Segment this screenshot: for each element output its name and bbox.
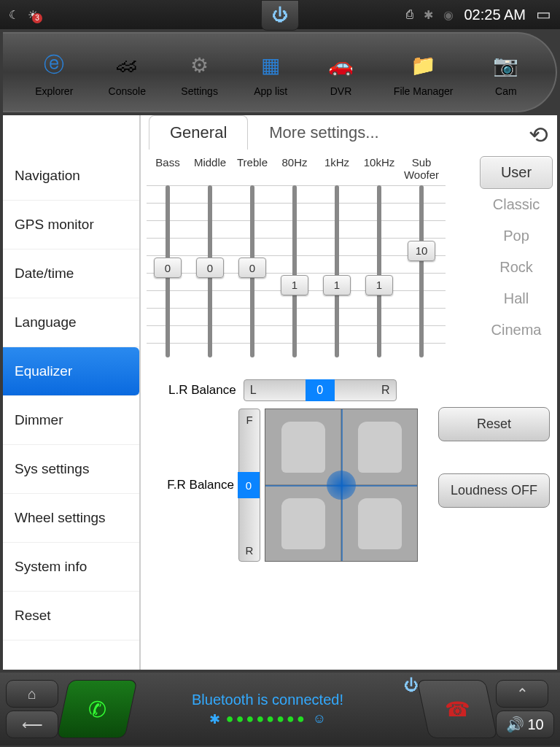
brightness-icon: ☀3 <box>28 8 38 22</box>
hangup-icon: ☎ <box>445 697 470 721</box>
sidebar-item-reset[interactable]: Reset <box>3 592 139 640</box>
moon-icon: ☾ <box>9 8 19 22</box>
equalizer-panel: BassMiddleTreble80Hz1kHz10kHzSub Woofer … <box>140 115 557 670</box>
smile-icon: ☺ <box>313 711 326 727</box>
lr-balance-label: L.R Balance <box>168 383 236 398</box>
clock: 02:25 AM <box>464 7 526 23</box>
seat-fl <box>265 409 341 484</box>
sidebar-item-system-info[interactable]: System info <box>3 543 139 592</box>
speaker-icon: 🔊 <box>506 716 524 733</box>
eq-label-1: Middle <box>189 156 231 181</box>
eq-thumb-6[interactable]: 10 <box>408 241 435 261</box>
call-answer-button[interactable]: ✆ <box>56 680 137 738</box>
tab-more[interactable]: More settings... <box>248 115 400 150</box>
loudness-button[interactable]: Loudness OFF <box>438 473 550 508</box>
sidebar-item-language[interactable]: Language <box>3 298 139 347</box>
eq-slider-1[interactable]: 0 <box>189 185 231 357</box>
preset-user[interactable]: User <box>480 156 553 189</box>
sidebar-item-wheel-settings[interactable]: Wheel settings <box>3 494 139 543</box>
battery-icon: ▭ <box>536 5 551 24</box>
dock-console[interactable]: 🏎Console <box>109 47 146 97</box>
bt-icon: ✱ <box>209 711 220 727</box>
sidebar-item-sys-settings[interactable]: Sys settings <box>3 445 139 494</box>
dock-filemanager[interactable]: 📁File Manager <box>394 47 454 97</box>
home-icon: ⌂ <box>28 686 36 703</box>
seat-rr <box>342 486 417 561</box>
eq-label-5: 10kHz <box>358 156 400 181</box>
eq-thumb-5[interactable]: 1 <box>365 275 393 295</box>
up-button[interactable]: ⌃ <box>496 680 548 708</box>
call-hangup-button[interactable]: ☎ <box>416 680 497 738</box>
balance-point[interactable] <box>327 471 356 500</box>
eq-presets: UserClassicPopRockHallCinema <box>480 156 553 346</box>
app-dock: ⓔExplorer 🏎Console ⚙Settings ▦App list 🚗… <box>3 32 557 112</box>
eq-slider-5[interactable]: 1 <box>358 185 400 357</box>
lr-balance-slider[interactable]: L R 0 <box>244 379 397 401</box>
sidebar-item-equalizer[interactable]: Equalizer <box>3 347 139 396</box>
dock-applist[interactable]: ▦App list <box>253 47 288 97</box>
back-arrow-icon: ⟵ <box>22 716 43 733</box>
sidebar-item-dimmer[interactable]: Dimmer <box>3 396 139 445</box>
dock-cam[interactable]: 📷Cam <box>489 47 524 97</box>
preset-pop[interactable]: Pop <box>480 220 553 252</box>
preset-classic[interactable]: Classic <box>480 189 553 220</box>
seat-rl <box>265 486 341 561</box>
preset-rock[interactable]: Rock <box>480 252 553 283</box>
bluetooth-icon: ✱ <box>424 8 433 22</box>
eq-thumb-1[interactable]: 0 <box>196 258 224 278</box>
bluetooth-status: Bluetooth is connected! ✱ ●●●●●●●● ☺ <box>136 692 400 727</box>
usb-icon: ⎙ <box>406 8 413 21</box>
seat-fr <box>342 409 417 484</box>
chevron-up-icon: ⌃ <box>516 685 529 703</box>
eq-label-0: Bass <box>147 156 189 181</box>
phone-icon: ✆ <box>88 697 106 722</box>
eq-label-3: 80Hz <box>273 156 316 181</box>
preset-cinema[interactable]: Cinema <box>480 314 553 346</box>
tab-general[interactable]: General <box>149 115 248 150</box>
eq-slider-2[interactable]: 0 <box>231 185 273 357</box>
eq-label-4: 1kHz <box>316 156 358 181</box>
power-button-top[interactable]: ⏻ <box>261 0 299 31</box>
dock-settings[interactable]: ⚙Settings <box>181 47 218 97</box>
home-button[interactable]: ⌂ <box>6 680 58 708</box>
status-bar: ☾ ☀3 ⏻ ⎙ ✱ ◉ 02:25 AM ▭ <box>0 0 560 29</box>
eq-label-2: Treble <box>231 156 273 181</box>
eq-slider-0[interactable]: 0 <box>147 185 189 357</box>
dock-explorer[interactable]: ⓔExplorer <box>35 47 73 97</box>
tabs: General More settings... <box>149 115 400 150</box>
dock-dvr[interactable]: 🚗DVR <box>324 47 359 97</box>
main-panel: ⟲ General More settings... NavigationGPS… <box>3 115 557 670</box>
fr-balance-slider[interactable]: F R 0 <box>238 409 260 562</box>
eq-thumb-0[interactable]: 0 <box>154 258 182 278</box>
volume-button[interactable]: 🔊10 <box>496 711 554 738</box>
wifi-icon: ◉ <box>443 8 454 22</box>
eq-thumb-4[interactable]: 1 <box>323 275 351 295</box>
seat-balance-diagram[interactable] <box>265 409 418 562</box>
reset-button[interactable]: Reset <box>438 407 550 441</box>
settings-sidebar: NavigationGPS monitorDate/timeLanguageEq… <box>3 115 140 670</box>
eq-thumb-3[interactable]: 1 <box>281 275 308 295</box>
eq-slider-3[interactable]: 1 <box>273 185 316 357</box>
fr-balance-label: F.R Balance <box>161 478 234 492</box>
eq-slider-4[interactable]: 1 <box>316 185 358 357</box>
power-icon: ⏻ <box>272 6 288 25</box>
preset-hall[interactable]: Hall <box>480 283 553 314</box>
eq-sliders: 00011110 <box>147 185 446 357</box>
eq-thumb-2[interactable]: 0 <box>238 258 266 278</box>
eq-label-6: Sub Woofer <box>400 156 443 181</box>
power-icon-bottom[interactable]: ⏻ <box>404 677 419 693</box>
bottom-bar: ⌂ ⟵ ✆ Bluetooth is connected! ✱ ●●●●●●●●… <box>0 673 560 746</box>
nav-back-button[interactable]: ⟵ <box>6 711 58 738</box>
fr-balance-thumb[interactable]: 0 <box>238 472 260 498</box>
sidebar-item-gps-monitor[interactable]: GPS monitor <box>3 201 139 249</box>
eq-slider-6[interactable]: 10 <box>400 185 443 357</box>
sidebar-item-date-time[interactable]: Date/time <box>3 249 139 298</box>
lr-balance-thumb[interactable]: 0 <box>306 379 335 401</box>
connection-dots: ●●●●●●●● <box>226 711 307 727</box>
sidebar-item-navigation[interactable]: Navigation <box>3 152 139 201</box>
